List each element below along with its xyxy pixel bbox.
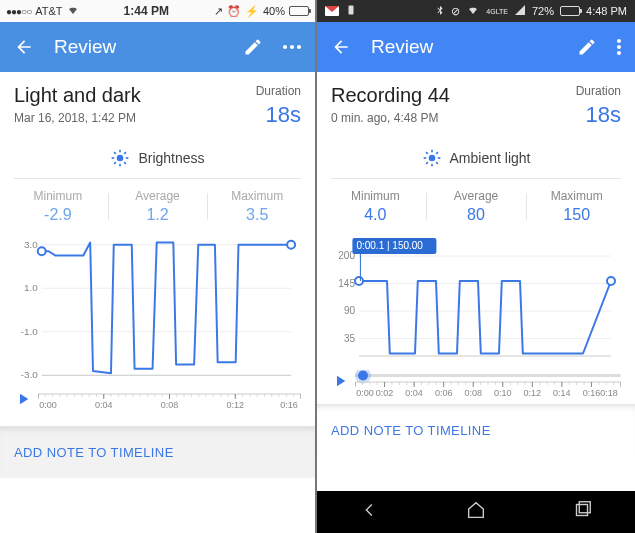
network-label: 4GLTE xyxy=(486,8,508,15)
play-button[interactable] xyxy=(331,372,349,394)
nav-back-button[interactable] xyxy=(359,499,381,525)
svg-point-0 xyxy=(117,155,124,162)
bluetooth-icon xyxy=(435,3,445,19)
edit-button[interactable] xyxy=(577,37,597,57)
stat-avg: Average 1.2 xyxy=(108,189,208,224)
duration-value: 18s xyxy=(256,102,301,128)
svg-point-88 xyxy=(607,277,615,285)
svg-text:0:02: 0:02 xyxy=(376,388,394,396)
svg-text:0:18: 0:18 xyxy=(600,388,618,396)
phone-left: ●●●○○ AT&T 1:44 PM ↗ ⏰ ⚡ 40% Review Ligh… xyxy=(0,0,317,533)
more-button[interactable] xyxy=(283,45,301,49)
svg-rect-92 xyxy=(355,374,621,377)
back-button[interactable] xyxy=(331,37,351,57)
chart-area[interactable]: -3.0-1.01.03.0 xyxy=(0,232,315,390)
more-button[interactable] xyxy=(617,39,621,55)
recording-title: Recording 44 xyxy=(331,84,450,107)
stats-row: Minimum 4.0 Average 80 Maximum 150 xyxy=(317,179,635,232)
battery-pct-label: 40% xyxy=(263,5,285,17)
nav-home-button[interactable] xyxy=(465,499,487,525)
svg-text:0:16: 0:16 xyxy=(583,388,601,396)
svg-text:35: 35 xyxy=(344,333,356,344)
timeline-scrubber[interactable]: 0:000:020:040:060:080:100:120:140:160:18 xyxy=(355,370,621,396)
phone-right: ⊘ 4GLTE 72% 4:48 PM Review Recording 44 … xyxy=(317,0,635,533)
stat-avg: Average 80 xyxy=(426,189,527,224)
stat-min: Minimum 4.0 xyxy=(325,189,426,224)
recording-subtitle: Mar 16, 2018, 1:42 PM xyxy=(14,111,141,125)
svg-text:3.0: 3.0 xyxy=(24,239,38,250)
sensor-label: Ambient light xyxy=(450,150,531,166)
page-title: Review xyxy=(371,36,557,58)
charging-icon: ⚡ xyxy=(245,5,259,18)
timeline-scrubber[interactable]: 0:000:040:080:120:16 xyxy=(38,392,301,410)
svg-point-94 xyxy=(358,371,368,381)
clock-label: 1:44 PM xyxy=(124,4,169,18)
status-bar: ⊘ 4GLTE 72% 4:48 PM xyxy=(317,0,635,22)
recording-subtitle: 0 min. ago, 4:48 PM xyxy=(331,111,450,125)
clock-label: 4:48 PM xyxy=(586,5,627,17)
app-bar: Review xyxy=(317,22,635,72)
battery-pct-label: 72% xyxy=(532,5,554,17)
nav-recent-button[interactable] xyxy=(571,499,593,525)
svg-line-6 xyxy=(125,162,127,164)
chart-svg[interactable]: -3.0-1.01.03.0 xyxy=(14,236,301,386)
duration-label: Duration xyxy=(256,84,301,98)
location-icon: ↗ xyxy=(214,5,223,18)
svg-text:0:08: 0:08 xyxy=(464,388,482,396)
stats-row: Minimum -2.9 Average 1.2 Maximum 3.5 xyxy=(0,179,315,232)
placeholder-icon xyxy=(345,4,357,18)
battery-icon xyxy=(289,6,309,16)
svg-text:0:00: 0:00 xyxy=(39,400,57,410)
svg-text:0:12: 0:12 xyxy=(226,400,244,410)
svg-line-75 xyxy=(436,162,438,164)
svg-line-5 xyxy=(115,152,117,154)
svg-text:0:10: 0:10 xyxy=(494,388,512,396)
svg-point-19 xyxy=(287,241,295,249)
android-navbar xyxy=(317,491,635,533)
svg-text:1.0: 1.0 xyxy=(24,282,38,293)
svg-point-87 xyxy=(355,277,363,285)
stat-max: Maximum 150 xyxy=(526,189,627,224)
app-bar: Review xyxy=(0,22,315,72)
svg-text:0:04: 0:04 xyxy=(95,400,113,410)
stat-max: Maximum 3.5 xyxy=(207,189,307,224)
svg-rect-68 xyxy=(349,6,354,15)
edit-button[interactable] xyxy=(243,37,263,57)
svg-rect-153 xyxy=(577,505,588,516)
svg-text:0:06: 0:06 xyxy=(435,388,453,396)
alarm-icon: ⏰ xyxy=(227,5,241,18)
chart-svg[interactable]: 35901452000:00.1 | 150.00 xyxy=(331,236,621,366)
light-icon xyxy=(422,148,442,168)
svg-text:90: 90 xyxy=(344,305,356,316)
duration-value: 18s xyxy=(576,102,621,128)
svg-text:0:00.1 | 150.00: 0:00.1 | 150.00 xyxy=(356,240,423,251)
sensor-header: Brightness xyxy=(0,136,315,178)
duration-label: Duration xyxy=(576,84,621,98)
stat-min: Minimum -2.9 xyxy=(8,189,108,224)
svg-line-7 xyxy=(115,162,117,164)
battery-icon xyxy=(560,6,580,16)
status-bar: ●●●○○ AT&T 1:44 PM ↗ ⏰ ⚡ 40% xyxy=(0,0,315,22)
chart-area[interactable]: 35901452000:00.1 | 150.00 xyxy=(317,232,635,370)
signal-dots-icon: ●●●○○ xyxy=(6,6,31,17)
page-title: Review xyxy=(54,36,223,58)
svg-text:0:04: 0:04 xyxy=(405,388,423,396)
svg-text:0:14: 0:14 xyxy=(553,388,571,396)
svg-text:-3.0: -3.0 xyxy=(21,369,39,380)
add-note-button[interactable]: ADD NOTE TO TIMELINE xyxy=(0,426,315,478)
summary-section: Light and dark Mar 16, 2018, 1:42 PM Dur… xyxy=(0,72,315,136)
gmail-icon xyxy=(325,6,339,16)
back-button[interactable] xyxy=(14,37,34,57)
svg-text:145: 145 xyxy=(338,278,355,289)
svg-text:0:16: 0:16 xyxy=(280,400,298,410)
play-button[interactable] xyxy=(14,390,32,412)
signal-icon xyxy=(514,4,526,18)
wifi-icon xyxy=(67,4,79,18)
add-note-button[interactable]: ADD NOTE TO TIMELINE xyxy=(317,404,635,456)
svg-text:0:08: 0:08 xyxy=(161,400,179,410)
wifi-icon xyxy=(466,4,480,18)
svg-line-74 xyxy=(426,152,428,154)
svg-line-8 xyxy=(125,152,127,154)
svg-line-77 xyxy=(436,152,438,154)
sensor-label: Brightness xyxy=(138,150,204,166)
